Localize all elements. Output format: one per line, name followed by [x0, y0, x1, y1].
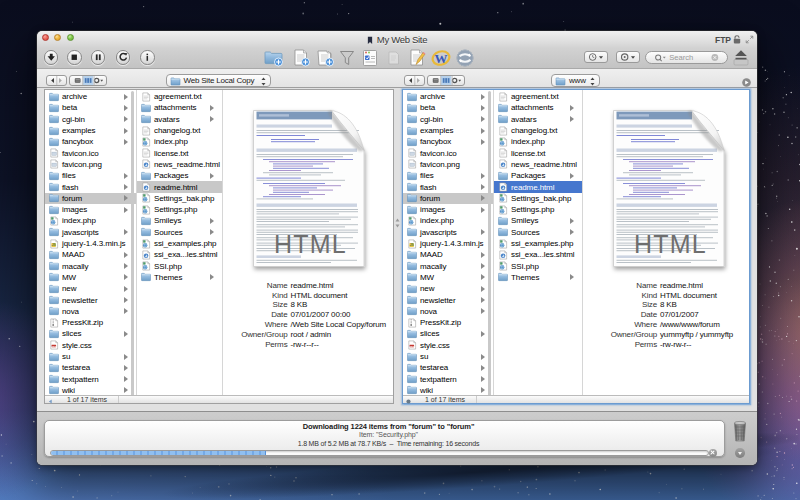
svg-text:HTML: HTML [634, 229, 707, 257]
svg-text:W: W [434, 51, 447, 66]
svg-text:HTML: HTML [274, 229, 347, 257]
svg-text:Search: Search [669, 53, 693, 62]
